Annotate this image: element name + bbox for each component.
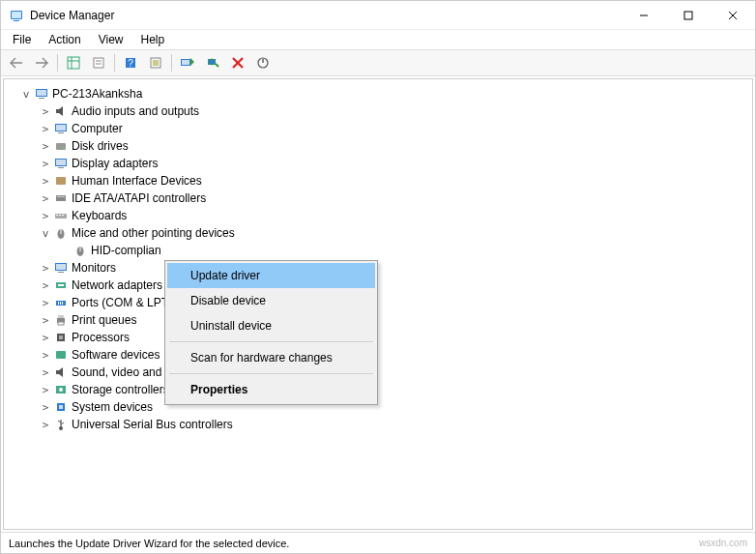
expand-icon[interactable]: >	[39, 210, 52, 222]
tree-item[interactable]: >Sound, video and g	[8, 364, 748, 381]
tree-item-label: System devices	[72, 400, 153, 414]
ctx-properties[interactable]: Properties	[167, 377, 375, 402]
tree-item[interactable]: >Audio inputs and outputs	[8, 102, 748, 120]
expand-icon[interactable]: >	[39, 419, 52, 431]
update-driver-button[interactable]	[176, 52, 199, 73]
tree-item[interactable]: >Storage controllers	[8, 381, 748, 398]
tree-item[interactable]: >Processors	[8, 329, 748, 346]
monitor-icon	[52, 121, 70, 136]
svg-rect-40	[59, 215, 61, 216]
svg-rect-52	[58, 302, 59, 305]
tree-item[interactable]: >Disk drives	[8, 137, 748, 155]
menu-action[interactable]: Action	[41, 31, 88, 48]
expand-icon[interactable]: >	[39, 158, 52, 170]
minimize-button[interactable]	[622, 1, 666, 29]
expand-icon[interactable]: >	[39, 175, 52, 188]
expand-icon[interactable]: >	[39, 366, 52, 379]
usb-icon	[52, 417, 70, 432]
expand-icon[interactable]: >	[39, 332, 52, 344]
tree-item[interactable]: >Keyboards	[8, 207, 748, 224]
expand-icon[interactable]: >	[39, 314, 52, 327]
tree-item-label: Network adapters	[72, 278, 162, 292]
tree-item-label: Universal Serial Bus controllers	[72, 418, 233, 431]
scan-hardware-button[interactable]	[201, 52, 224, 73]
svg-rect-39	[56, 215, 58, 216]
tree-item[interactable]: >Software devices	[8, 346, 748, 364]
tree-item[interactable]: >Network adapters	[8, 277, 748, 294]
expand-icon[interactable]: >	[39, 105, 52, 118]
show-hide-tree-button[interactable]	[62, 52, 85, 73]
menubar: File Action View Help	[1, 30, 755, 49]
expand-icon[interactable]: >	[39, 192, 52, 205]
help-button[interactable]: ?	[119, 52, 142, 73]
ctx-scan-hardware[interactable]: Scan for hardware changes	[167, 345, 375, 370]
svg-text:?: ?	[128, 58, 133, 69]
device-tree[interactable]: v PC-213Akanksha >Audio inputs and outpu…	[3, 78, 753, 530]
tree-item-label: Storage controllers	[72, 383, 169, 396]
tree-item[interactable]: >Human Interface Devices	[8, 172, 748, 190]
menu-file[interactable]: File	[5, 31, 39, 48]
svg-rect-53	[60, 302, 61, 305]
tree-item-label: Monitors	[72, 261, 116, 275]
tree-item[interactable]: >Print queues	[8, 311, 748, 329]
expand-icon[interactable]: >	[39, 384, 52, 396]
svg-rect-30	[56, 143, 66, 150]
ctx-uninstall-device[interactable]: Uninstall device	[167, 313, 375, 338]
tree-item-label: Computer	[72, 122, 123, 135]
back-button[interactable]	[5, 52, 28, 73]
expand-icon[interactable]: >	[39, 140, 52, 153]
ctx-sep	[169, 373, 373, 374]
tree-item-label: Human Interface Devices	[72, 174, 202, 188]
expand-icon[interactable]: >	[39, 279, 52, 292]
svg-rect-64	[59, 405, 63, 409]
tree-item[interactable]: >Ports (COM & LPT	[8, 294, 748, 311]
collapse-icon[interactable]: v	[19, 88, 33, 101]
collapse-icon[interactable]: v	[39, 227, 52, 240]
disable-button[interactable]	[251, 52, 275, 73]
menu-help[interactable]: Help	[133, 31, 173, 48]
tree-item[interactable]: HID-complian	[8, 242, 748, 259]
expand-icon[interactable]: >	[39, 349, 52, 362]
tree-item-label: Keyboards	[72, 209, 127, 222]
tree-item-label: Processors	[72, 331, 130, 344]
svg-rect-10	[94, 58, 103, 68]
tree-item[interactable]: >Universal Serial Bus controllers	[8, 416, 748, 433]
tree-item-label: Ports (COM & LPT	[72, 296, 168, 309]
svg-rect-35	[56, 177, 66, 185]
tree-item-label: Sound, video and g	[72, 365, 171, 379]
ctx-update-driver[interactable]: Update driver	[167, 263, 375, 288]
tree-item[interactable]: >IDE ATA/ATAPI controllers	[8, 190, 748, 207]
expand-icon[interactable]: >	[39, 123, 52, 135]
expand-icon[interactable]: >	[39, 401, 52, 414]
svg-rect-28	[56, 125, 66, 131]
tree-item-label: Audio inputs and outputs	[72, 104, 199, 118]
tree-item[interactable]: >Monitors	[8, 259, 748, 277]
svg-rect-4	[684, 12, 692, 19]
toolbar: ?	[1, 49, 755, 76]
ctx-disable-device[interactable]: Disable device	[167, 288, 375, 313]
uninstall-button[interactable]	[226, 52, 249, 73]
software-icon	[52, 347, 70, 363]
tree-item-label: Disk drives	[72, 139, 129, 153]
expand-icon[interactable]: >	[39, 297, 52, 309]
speaker-icon	[52, 103, 70, 119]
maximize-button[interactable]	[666, 1, 711, 29]
tree-item[interactable]: >System devices	[8, 398, 748, 416]
watermark: wsxdn.com	[699, 538, 747, 548]
properties-button[interactable]	[87, 52, 110, 73]
expand-icon[interactable]: >	[39, 262, 52, 275]
tree-root[interactable]: v PC-213Akanksha	[8, 85, 748, 102]
tree-item[interactable]: vMice and other pointing devices	[8, 224, 748, 242]
close-button[interactable]	[711, 1, 755, 29]
svg-rect-2	[14, 20, 19, 21]
titlebar: Device Manager	[1, 1, 755, 30]
svg-point-31	[63, 147, 65, 149]
forward-button[interactable]	[30, 52, 53, 73]
computer-icon	[33, 86, 50, 102]
svg-rect-37	[57, 196, 65, 197]
menu-view[interactable]: View	[91, 31, 131, 48]
tree-item[interactable]: >Display adapters	[8, 155, 748, 172]
tree-item[interactable]: >Computer	[8, 120, 748, 137]
action-button[interactable]	[144, 52, 167, 73]
keyboard-icon	[52, 208, 70, 223]
